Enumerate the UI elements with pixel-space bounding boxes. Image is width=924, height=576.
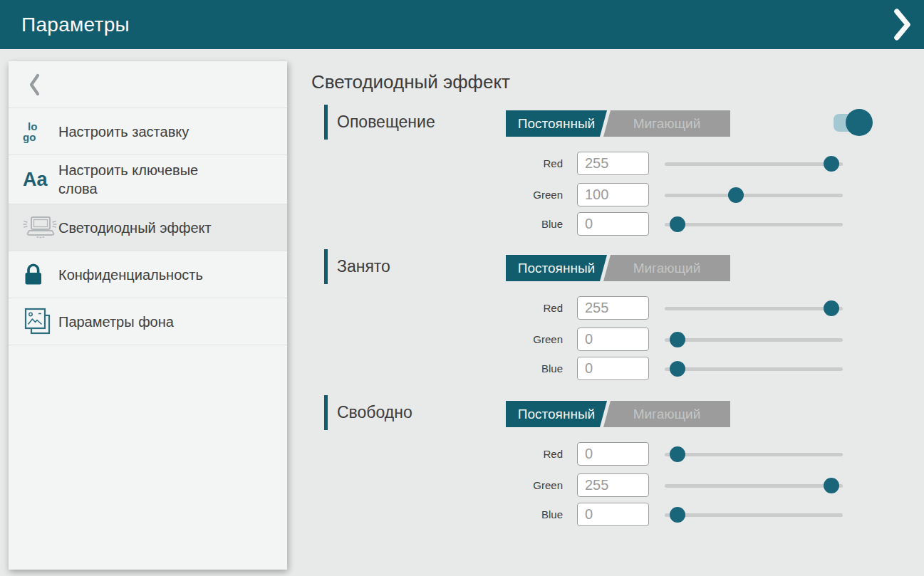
header: Параметры bbox=[0, 0, 924, 49]
slider-thumb[interactable] bbox=[670, 507, 685, 523]
section-title: Оповещение bbox=[337, 105, 435, 140]
channel-label: Green bbox=[468, 473, 563, 498]
page-title: Параметры bbox=[21, 14, 130, 36]
sidebar-item-logo[interactable]: lo go Настроить заставку bbox=[9, 108, 287, 155]
channel-row: Green bbox=[311, 183, 867, 207]
channel-label: Blue bbox=[468, 357, 563, 381]
channel-row: Green bbox=[311, 328, 867, 352]
section-accent-bar bbox=[324, 249, 328, 284]
channel-value-input[interactable] bbox=[577, 296, 649, 320]
section-accent-bar bbox=[324, 395, 328, 430]
mode-segmented-control: Постоянный Мигающий bbox=[506, 401, 730, 427]
channel-slider[interactable] bbox=[665, 442, 843, 466]
sidebar-item-label: Конфиденциальность bbox=[58, 266, 203, 284]
channel-label: Blue bbox=[468, 212, 563, 236]
channel-row: Red bbox=[311, 442, 867, 466]
slider-track[interactable] bbox=[665, 484, 843, 488]
slider-thumb[interactable] bbox=[824, 300, 839, 316]
section-title: Свободно bbox=[337, 395, 412, 430]
channel-label: Blue bbox=[468, 503, 563, 527]
channel-label: Green bbox=[468, 183, 563, 207]
slider-track[interactable] bbox=[665, 223, 843, 226]
channel-slider[interactable] bbox=[665, 357, 843, 381]
channel-row: Green bbox=[311, 473, 867, 498]
channel-slider[interactable] bbox=[665, 183, 843, 207]
channel-slider[interactable] bbox=[665, 503, 843, 527]
chevron-left-icon bbox=[28, 73, 41, 97]
slider-track[interactable] bbox=[665, 338, 843, 342]
channel-value-input[interactable] bbox=[577, 473, 649, 497]
sidebar: lo go Настроить заставку Aa Настроить кл… bbox=[9, 61, 287, 570]
led-section: Занято Постоянный Мигающий Red Green Blu… bbox=[311, 249, 924, 392]
sidebar-item-label: Светодиодный эффект bbox=[58, 219, 212, 237]
channel-label: Red bbox=[468, 442, 563, 466]
lock-icon bbox=[23, 263, 58, 286]
channel-row: Blue bbox=[311, 503, 867, 527]
sidebar-item-lock[interactable]: Конфиденциальность bbox=[9, 251, 287, 298]
channel-slider[interactable] bbox=[665, 473, 843, 498]
channel-label: Red bbox=[468, 152, 563, 176]
mode-option-constant[interactable]: Постоянный bbox=[506, 110, 607, 137]
keywords-icon: Aa bbox=[23, 170, 58, 189]
channel-slider[interactable] bbox=[665, 328, 843, 352]
mode-option-blinking[interactable]: Мигающий bbox=[603, 255, 730, 281]
channel-slider[interactable] bbox=[665, 296, 843, 320]
mode-option-constant[interactable]: Постоянный bbox=[506, 401, 607, 427]
channel-value-input[interactable] bbox=[577, 503, 649, 526]
slider-thumb[interactable] bbox=[728, 187, 744, 203]
section-title: Занято bbox=[337, 249, 390, 284]
channel-label: Red bbox=[468, 296, 563, 320]
mode-segmented-control: Постоянный Мигающий bbox=[506, 110, 730, 137]
channel-slider[interactable] bbox=[665, 212, 843, 236]
background-icon bbox=[23, 308, 58, 336]
slider-thumb[interactable] bbox=[824, 156, 839, 172]
slider-track[interactable] bbox=[665, 162, 843, 166]
sidebar-item-keywords[interactable]: Aa Настроить ключевые слова bbox=[9, 155, 287, 204]
sidebar-item-label: Настроить ключевые слова bbox=[58, 161, 238, 198]
sidebar-item-led[interactable]: Светодиодный эффект bbox=[9, 204, 287, 251]
channel-row: Red bbox=[311, 152, 867, 176]
section-accent-bar bbox=[324, 105, 328, 140]
slider-thumb[interactable] bbox=[670, 216, 685, 232]
led-section: Свободно Постоянный Мигающий Red Green B… bbox=[311, 395, 924, 538]
slider-track[interactable] bbox=[665, 307, 843, 310]
channel-value-input[interactable] bbox=[577, 183, 649, 206]
sidebar-back-button[interactable] bbox=[9, 61, 287, 108]
main-content: Светодиодный эффект Оповещение Постоянны… bbox=[311, 49, 924, 576]
sidebar-item-label: Параметры фона bbox=[58, 313, 174, 331]
slider-track[interactable] bbox=[665, 453, 843, 456]
main-heading: Светодиодный эффект bbox=[311, 71, 510, 93]
toggle-knob bbox=[846, 109, 873, 136]
mode-segmented-control: Постоянный Мигающий bbox=[506, 255, 730, 281]
mode-option-blinking[interactable]: Мигающий bbox=[603, 401, 730, 427]
sidebar-item-background[interactable]: Параметры фона bbox=[9, 298, 287, 345]
led-icon bbox=[23, 215, 58, 241]
channel-row: Blue bbox=[311, 357, 867, 381]
slider-track[interactable] bbox=[665, 194, 843, 197]
sidebar-item-label: Настроить заставку bbox=[58, 122, 189, 141]
led-section: Оповещение Постоянный Мигающий Red Green… bbox=[311, 105, 924, 247]
logo-icon: lo go bbox=[23, 121, 58, 142]
slider-thumb[interactable] bbox=[670, 446, 685, 462]
slider-track[interactable] bbox=[665, 513, 843, 517]
channel-value-input[interactable] bbox=[577, 328, 649, 351]
channel-value-input[interactable] bbox=[577, 212, 649, 236]
slider-track[interactable] bbox=[665, 367, 843, 371]
channel-row: Red bbox=[311, 296, 867, 320]
channel-slider[interactable] bbox=[665, 152, 843, 176]
slider-thumb[interactable] bbox=[824, 478, 839, 493]
channel-value-input[interactable] bbox=[577, 357, 649, 380]
slider-thumb[interactable] bbox=[670, 332, 685, 347]
section-toggle[interactable] bbox=[834, 108, 873, 137]
sidebar-menu: lo go Настроить заставку Aa Настроить кл… bbox=[9, 108, 287, 345]
mode-option-blinking[interactable]: Мигающий bbox=[603, 110, 730, 137]
slider-thumb[interactable] bbox=[670, 361, 685, 377]
channel-value-input[interactable] bbox=[577, 442, 649, 466]
channel-label: Green bbox=[468, 328, 563, 352]
mode-option-constant[interactable]: Постоянный bbox=[506, 255, 607, 281]
chevron-right-icon[interactable] bbox=[892, 8, 913, 41]
channel-row: Blue bbox=[311, 212, 867, 236]
channel-value-input[interactable] bbox=[577, 152, 649, 175]
